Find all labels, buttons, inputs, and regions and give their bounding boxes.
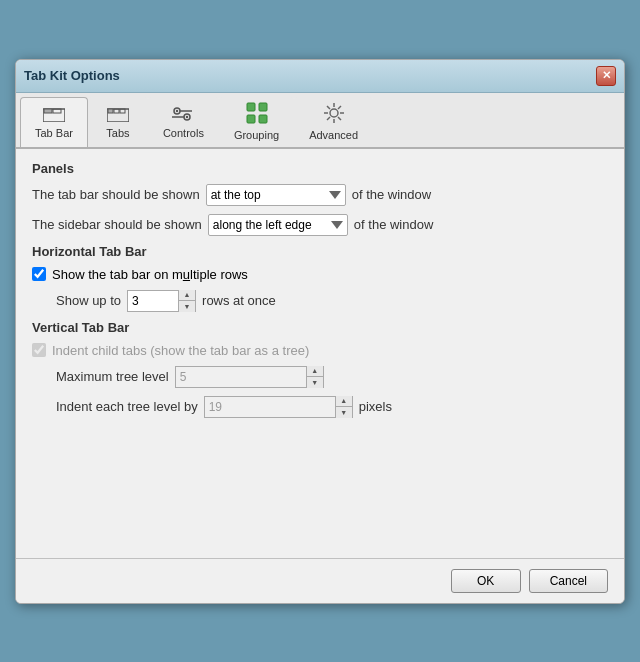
advanced-icon (323, 102, 345, 127)
rows-up-arrow[interactable]: ▲ (179, 290, 195, 301)
svg-rect-1 (44, 109, 52, 113)
svg-rect-13 (247, 103, 255, 111)
svg-line-25 (327, 117, 330, 120)
max-tree-row: Maximum tree level ▲ ▼ (56, 366, 608, 388)
indent-child-checkbox-row: Indent child tabs (show the tab bar as a… (32, 343, 608, 358)
tab-bar-position-row: The tab bar should be shown at the top a… (32, 184, 608, 206)
svg-line-22 (327, 106, 330, 109)
dialog: Tab Kit Options ✕ Tab Bar Tabs Controls (15, 59, 625, 604)
main-content: Panels The tab bar should be shown at th… (16, 149, 624, 438)
indent-down-arrow[interactable]: ▼ (336, 407, 352, 418)
indent-spinner: ▲ ▼ (204, 396, 353, 418)
max-tree-arrows: ▲ ▼ (306, 366, 323, 388)
tab-tab-bar-label: Tab Bar (35, 127, 73, 139)
bottom-bar: OK Cancel (16, 558, 624, 603)
sidebar-position-row: The sidebar should be shown along the le… (32, 214, 608, 236)
svg-point-17 (330, 109, 338, 117)
rows-down-arrow[interactable]: ▼ (179, 301, 195, 312)
cancel-button[interactable]: Cancel (529, 569, 608, 593)
indent-up-arrow[interactable]: ▲ (336, 396, 352, 407)
tab-tabs[interactable]: Tabs (88, 97, 148, 147)
title-bar: Tab Kit Options ✕ (16, 60, 624, 93)
grouping-icon (246, 102, 268, 127)
svg-rect-15 (247, 115, 255, 123)
rows-input[interactable] (128, 291, 178, 311)
tab-controls-label: Controls (163, 127, 204, 139)
sidebar-position-select[interactable]: along the left edge along the right edge (208, 214, 348, 236)
tab-grouping[interactable]: Grouping (219, 97, 294, 147)
rows-spinner: ▲ ▼ (127, 290, 196, 312)
max-tree-input[interactable] (176, 367, 306, 387)
indent-arrows: ▲ ▼ (335, 396, 352, 418)
sidebar-position-label: The sidebar should be shown (32, 217, 202, 232)
dialog-title: Tab Kit Options (24, 68, 120, 83)
multiple-rows-checkbox-row: Show the tab bar on multiple rows (32, 267, 608, 282)
indent-child-label: Indent child tabs (show the tab bar as a… (52, 343, 309, 358)
tab-bar-position-suffix: of the window (352, 187, 432, 202)
svg-line-23 (338, 117, 341, 120)
tab-bar-position-label: The tab bar should be shown (32, 187, 200, 202)
controls-icon (172, 104, 194, 125)
svg-line-24 (338, 106, 341, 109)
tab-bar: Tab Bar Tabs Controls Grouping Advanced (16, 93, 624, 149)
svg-point-11 (186, 115, 188, 117)
rows-arrows: ▲ ▼ (178, 290, 195, 312)
tab-controls[interactable]: Controls (148, 97, 219, 147)
tab-advanced-label: Advanced (309, 129, 358, 141)
vertical-title: Vertical Tab Bar (32, 320, 608, 335)
svg-rect-4 (108, 109, 113, 113)
svg-rect-14 (259, 103, 267, 111)
max-tree-down-arrow[interactable]: ▼ (307, 377, 323, 388)
tab-tabs-label: Tabs (106, 127, 129, 139)
ok-button[interactable]: OK (451, 569, 521, 593)
indent-level-prefix: Indent each tree level by (56, 399, 198, 414)
tab-bar-icon (43, 104, 65, 125)
multiple-rows-label: Show the tab bar on multiple rows (52, 267, 248, 282)
show-up-to-row: Show up to ▲ ▼ rows at once (56, 290, 608, 312)
sidebar-position-suffix: of the window (354, 217, 434, 232)
multiple-rows-checkbox[interactable] (32, 267, 46, 281)
max-tree-spinner: ▲ ▼ (175, 366, 324, 388)
show-up-to-prefix: Show up to (56, 293, 121, 308)
indent-input[interactable] (205, 397, 335, 417)
tab-tab-bar[interactable]: Tab Bar (20, 97, 88, 147)
max-tree-up-arrow[interactable]: ▲ (307, 366, 323, 377)
horizontal-title: Horizontal Tab Bar (32, 244, 608, 259)
indent-suffix: pixels (359, 399, 392, 414)
tab-bar-position-select[interactable]: at the top at the bottom at the left at … (206, 184, 346, 206)
rows-suffix: rows at once (202, 293, 276, 308)
indent-child-checkbox[interactable] (32, 343, 46, 357)
panels-title: Panels (32, 161, 608, 176)
tab-grouping-label: Grouping (234, 129, 279, 141)
max-tree-prefix: Maximum tree level (56, 369, 169, 384)
tabs-icon (107, 104, 129, 125)
indent-level-row: Indent each tree level by ▲ ▼ pixels (56, 396, 608, 418)
tab-advanced[interactable]: Advanced (294, 97, 373, 147)
svg-point-8 (176, 109, 178, 111)
close-button[interactable]: ✕ (596, 66, 616, 86)
svg-rect-16 (259, 115, 267, 123)
